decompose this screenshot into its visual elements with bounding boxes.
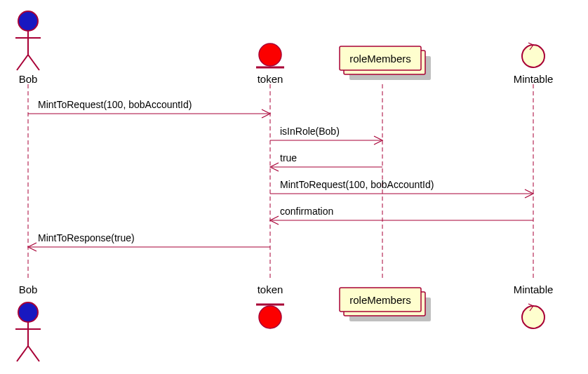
svg-point-0 xyxy=(18,11,38,31)
participant-mintable-label-bottom: Mintable xyxy=(514,283,554,295)
sequence-diagram: Bob token roleMembers Mintable MintToReq… xyxy=(0,0,588,374)
message-1: isInRole(Bob) xyxy=(270,126,382,145)
message-3: MintToRequest(100, bobAccountId) xyxy=(270,179,533,198)
participant-token-label-bottom: token xyxy=(258,283,283,295)
svg-point-17 xyxy=(18,302,38,322)
message-label-5: MintToResponse(true) xyxy=(38,232,135,243)
participant-token-top: token xyxy=(256,44,284,85)
message-2: true xyxy=(270,152,382,171)
participant-bob-label-bottom: Bob xyxy=(19,283,38,295)
messages-group: MintToRequest(100, bobAccountId)isInRole… xyxy=(28,99,533,251)
message-label-3: MintToRequest(100, bobAccountId) xyxy=(280,179,434,190)
svg-line-4 xyxy=(28,55,39,70)
participant-bob-label-top: Bob xyxy=(19,73,38,85)
participant-bob-top: Bob xyxy=(15,11,41,85)
participant-mintable-top: Mintable xyxy=(514,43,554,85)
svg-line-3 xyxy=(17,55,28,70)
svg-point-22 xyxy=(259,306,281,328)
message-label-4: confirmation xyxy=(280,206,333,217)
svg-line-21 xyxy=(28,346,39,361)
participant-rolemembers-label-top: roleMembers xyxy=(349,53,411,65)
message-label-0: MintToRequest(100, bobAccountId) xyxy=(38,99,192,110)
participant-token-bottom: token xyxy=(256,283,284,328)
participant-mintable-label-top: Mintable xyxy=(514,73,554,85)
svg-point-27 xyxy=(522,306,544,328)
svg-point-5 xyxy=(259,44,281,66)
participant-rolemembers-bottom: roleMembers xyxy=(340,288,431,321)
participant-token-label-top: token xyxy=(258,73,283,85)
message-5: MintToResponse(true) xyxy=(28,232,270,251)
participant-mintable-bottom: Mintable xyxy=(514,283,554,328)
svg-line-20 xyxy=(17,346,28,361)
message-0: MintToRequest(100, bobAccountId) xyxy=(28,99,270,118)
message-label-2: true xyxy=(280,152,297,163)
message-label-1: isInRole(Bob) xyxy=(280,126,340,137)
participant-bob-bottom: Bob xyxy=(15,283,41,361)
participant-rolemembers-label-bottom: roleMembers xyxy=(349,294,411,306)
message-4: confirmation xyxy=(270,206,533,225)
svg-point-10 xyxy=(522,45,544,67)
participant-rolemembers-top: roleMembers xyxy=(340,46,431,80)
